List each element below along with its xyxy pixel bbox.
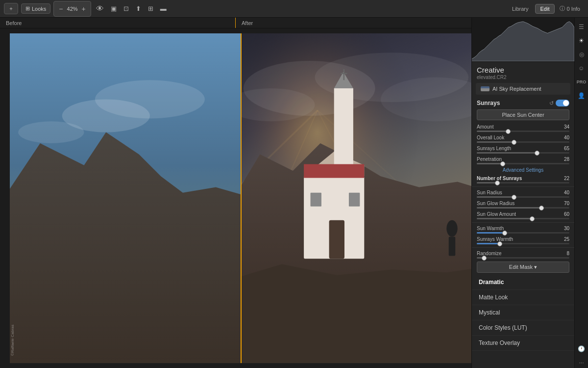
sun-radius-slider: Sun Radius 40	[472, 189, 574, 199]
sunrays-title: Sunrays	[477, 100, 547, 106]
compare-button[interactable]: ▣	[109, 3, 119, 14]
right-side: Creative elevated.CR2 AI Sky Replacement…	[471, 18, 588, 368]
menu-item-mystical[interactable]: Mystical	[472, 305, 574, 320]
sun-icon[interactable]: ☀	[576, 35, 587, 46]
split-line[interactable]	[241, 33, 242, 363]
add-button[interactable]: ＋	[4, 3, 18, 14]
sunrays-section-row: Sunrays ↺	[472, 97, 574, 108]
zoom-value: 42%	[67, 6, 78, 12]
share-button[interactable]: ⬆	[134, 3, 143, 14]
svg-rect-18	[334, 88, 353, 176]
divider-1	[472, 186, 574, 187]
mode-tabs: Library Edit ⓘ 0 Info	[507, 3, 584, 14]
svg-rect-27	[449, 237, 455, 256]
info-label: 0 Info	[566, 6, 580, 12]
watermark: ©Raffaele Cabras	[10, 324, 15, 356]
crop-button[interactable]: ⊡	[122, 3, 131, 14]
before-after-bar: Before After	[0, 18, 471, 28]
sky-bar[interactable]: AI Sky Replacement	[476, 83, 570, 95]
toolbar: ＋ ⊞ Looks − 42% + 👁 ▣ ⊡ ⬆ ⊞ ▬ Library Ed…	[0, 0, 588, 18]
image-container[interactable]: ©Raffaele Cabras	[0, 28, 471, 368]
menu-list: Dramatic Matte Look Mystical Color Style…	[472, 275, 574, 351]
right-icon-strip: ☰ ☀ ◎ ☺ PRO 👤 🕐 ···	[574, 18, 588, 368]
smile-icon[interactable]: ☺	[576, 63, 587, 74]
photo-before	[10, 33, 241, 363]
more-icon[interactable]: ···	[576, 357, 587, 368]
creative-title: Creative	[477, 66, 569, 74]
sky-icon	[481, 86, 490, 91]
svg-marker-28	[241, 264, 471, 363]
divider-3	[472, 247, 574, 248]
before-label: Before	[0, 18, 236, 28]
pro-label: PRO	[576, 77, 587, 87]
menu-item-colorstyles[interactable]: Color Styles (LUT)	[472, 320, 574, 336]
reset-icon[interactable]: ↺	[549, 100, 554, 106]
person-icon[interactable]: 👤	[576, 90, 587, 101]
layers-icon[interactable]: ☰	[576, 22, 587, 32]
photo-after	[241, 33, 471, 363]
main-sliders: Amount 34 Overall Look 40	[472, 123, 574, 165]
zoom-plus-button[interactable]: +	[80, 3, 88, 15]
sunrays-length-slider: Sunrays Length 65	[472, 145, 574, 155]
overall-look-slider: Overall Look 40	[472, 134, 574, 144]
eye-button[interactable]: 👁	[94, 2, 106, 15]
zoom-minus-button[interactable]: −	[57, 3, 65, 15]
place-sun-button[interactable]: Place Sun Center	[477, 109, 569, 120]
clock-icon[interactable]: 🕐	[576, 343, 587, 354]
svg-rect-24	[349, 193, 360, 207]
histogram-chart	[472, 18, 574, 61]
right-panel: Creative elevated.CR2 AI Sky Replacement…	[471, 18, 574, 368]
svg-point-26	[446, 220, 457, 237]
menu-item-matte[interactable]: Matte Look	[472, 290, 574, 305]
sunrays-warmth-slider: Sunrays Warmth 25	[472, 236, 574, 245]
number-sunrays-slider: Number of Sunrays 22	[472, 175, 574, 184]
looks-label: Looks	[32, 6, 46, 12]
svg-rect-22	[329, 220, 344, 259]
info-icon: ⓘ	[560, 5, 565, 12]
zoom-control: − 42% +	[53, 1, 91, 17]
edit-mask-button[interactable]: Edit Mask ▾	[477, 262, 569, 273]
panel-section-header: Creative elevated.CR2	[472, 62, 574, 81]
plus-icon: ＋	[8, 5, 14, 12]
canvas-area: Before After	[0, 18, 471, 368]
panel-scroll[interactable]: Creative elevated.CR2 AI Sky Replacement…	[472, 62, 574, 368]
svg-rect-25	[304, 164, 364, 178]
file-name: elevated.CR2	[477, 75, 569, 80]
library-tab[interactable]: Library	[507, 4, 534, 14]
randomize-slider: Randomize 8	[472, 250, 574, 260]
looks-icon: ⊞	[25, 5, 30, 12]
divider-2	[472, 222, 574, 223]
amount-slider: Amount 34	[472, 123, 574, 133]
retouch-icon[interactable]: ◎	[576, 49, 587, 60]
edit-tab[interactable]: Edit	[535, 4, 555, 14]
sun-glow-amount-slider: Sun Glow Amount 60	[472, 210, 574, 220]
advanced-settings-button[interactable]: Advanced Settings	[477, 167, 569, 173]
svg-rect-23	[311, 193, 321, 207]
filmstrip-button[interactable]: ▬	[158, 3, 169, 14]
svg-point-3	[95, 80, 205, 118]
penetration-slider: Penetration 28	[472, 156, 574, 165]
menu-item-texture[interactable]: Texture Overlay	[472, 336, 574, 351]
sun-glow-radius-slider: Sun Glow Radius 70	[472, 200, 574, 210]
photo-frame: ©Raffaele Cabras	[10, 33, 471, 363]
after-label: After	[236, 18, 471, 28]
svg-point-4	[18, 121, 84, 143]
sun-warmth-slider: Sun Warmth 30	[472, 225, 574, 235]
sky-bar-label: AI Sky Replacement	[492, 86, 541, 92]
grid-button[interactable]: ⊞	[146, 3, 155, 14]
sunrays-toggle[interactable]	[556, 100, 569, 106]
looks-button[interactable]: ⊞ Looks	[21, 3, 50, 14]
main-area: Before After	[0, 18, 588, 368]
menu-item-dramatic[interactable]: Dramatic	[472, 275, 574, 290]
image-bg: ©Raffaele Cabras	[0, 28, 471, 368]
histogram-area	[472, 18, 574, 62]
info-button[interactable]: ⓘ 0 Info	[556, 3, 584, 14]
